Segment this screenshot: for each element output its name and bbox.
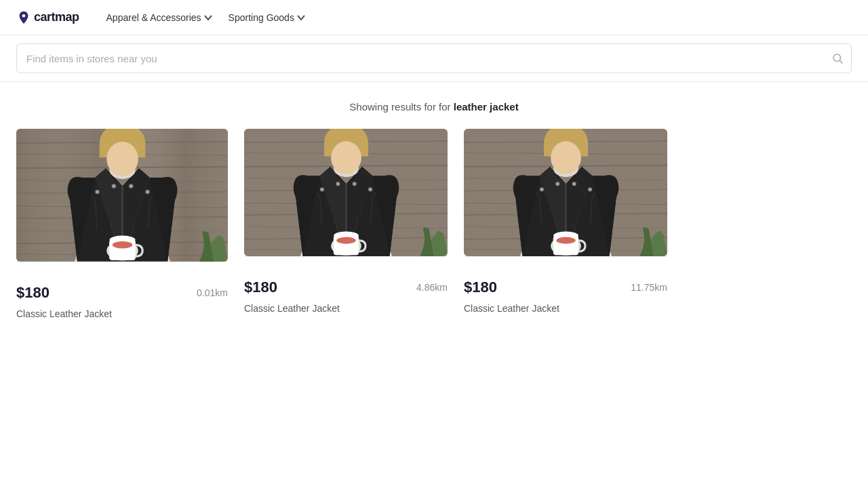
svg-line-2 [840,60,842,63]
product-distance-3: 11.75km [631,282,667,293]
search-wrapper [16,43,852,73]
svg-point-0 [22,14,26,17]
svg-point-25 [113,185,115,187]
product-info-2: $180 4.86km Classic Leather Jacket [244,268,448,314]
product-grid: $180 0.01km Classic Leather Jacket [0,129,692,336]
main-nav: Apparel & Accessories Sporting Goods [101,8,311,27]
search-input[interactable] [16,43,852,73]
nav-item-sporting[interactable]: Sporting Goods [223,8,311,27]
svg-point-19 [96,190,98,192]
svg-point-33 [106,142,138,176]
product-card-1[interactable]: $180 0.01km Classic Leather Jacket [16,129,236,336]
product-name-3: Classic Leather Jacket [464,303,667,314]
product-image-2 [244,129,448,256]
product-price-3: $180 [464,279,497,296]
product-card-2[interactable]: $180 4.86km Classic Leather Jacket [236,129,456,336]
product-card-3[interactable]: $180 11.75km Classic Leather Jacket [456,129,675,336]
logo[interactable]: cartmap [16,10,79,25]
results-header: Showing results for for leather jacket [0,82,868,129]
header: cartmap Apparel & Accessories Sporting G… [0,0,868,35]
product-info-3: $180 11.75km Classic Leather Jacket [464,268,667,314]
product-price-row-3: $180 11.75km [464,279,667,296]
svg-point-49 [321,188,323,190]
product-distance-2: 4.86km [416,282,448,293]
svg-point-55 [337,183,339,185]
location-pin-icon [16,10,31,25]
svg-point-90 [556,237,575,244]
svg-point-30 [113,241,133,249]
svg-point-51 [370,188,372,190]
svg-point-53 [353,183,355,185]
product-image-3 [464,129,667,256]
product-name-2: Classic Leather Jacket [244,303,448,314]
svg-point-1 [833,54,841,62]
product-price-row-2: $180 4.86km [244,279,448,296]
product-name-1: Classic Leather Jacket [16,308,228,319]
svg-point-83 [573,183,575,185]
svg-point-63 [331,141,361,174]
svg-point-85 [557,183,559,185]
search-icon [831,52,844,64]
svg-point-93 [551,141,581,174]
product-image-1 [16,129,228,262]
svg-point-23 [130,185,132,187]
product-distance-1: 0.01km [197,287,228,298]
nav-item-sporting-label: Sporting Goods [229,12,294,23]
product-price-2: $180 [244,279,277,296]
nav-item-apparel[interactable]: Apparel & Accessories [101,8,218,27]
divider-1 [16,262,228,262]
product-info-1: $180 0.01km Classic Leather Jacket [16,273,228,319]
svg-point-79 [540,188,542,190]
results-query: leather jacket [454,101,519,113]
product-price-1: $180 [16,284,50,302]
results-query-prefix: for [439,101,454,113]
divider-2 [244,256,448,257]
divider-3 [464,256,667,257]
chevron-down-icon-2 [297,14,305,22]
product-price-row-1: $180 0.01km [16,284,228,302]
search-container [0,35,868,82]
svg-point-60 [336,237,355,244]
results-prefix: Showing results for [349,101,436,113]
svg-point-81 [589,188,591,190]
chevron-down-icon [204,14,212,22]
nav-item-apparel-label: Apparel & Accessories [106,12,201,23]
logo-text: cartmap [34,10,79,24]
svg-point-21 [146,190,149,192]
